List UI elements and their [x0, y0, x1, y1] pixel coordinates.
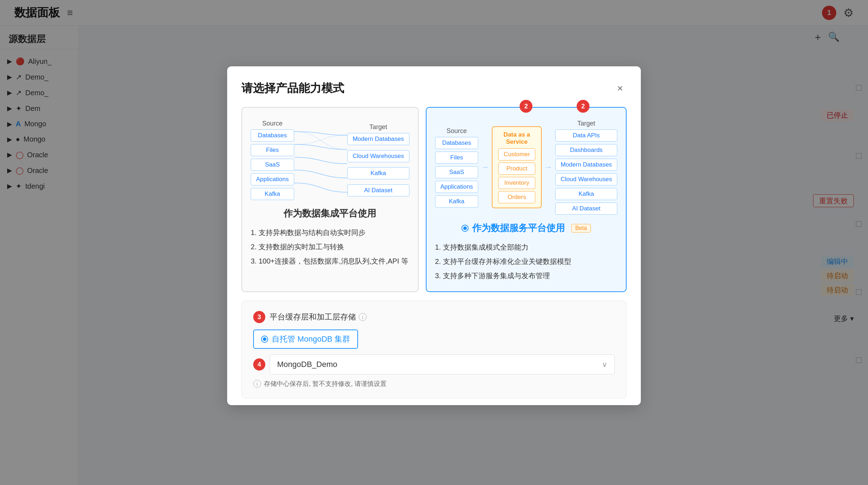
modal-dialog: 请选择产品能力模式 × 2 Source Databases Files Saa…	[227, 66, 641, 405]
option1-desc: 1. 支持异构数据与结构自动实时同步 2. 支持数据的实时加工与转换 3. 10…	[251, 225, 409, 268]
target-title: Target	[369, 123, 387, 131]
modal-title: 请选择产品能力模式	[241, 81, 344, 96]
option1-title: 作为数据集成平台使用	[251, 207, 409, 220]
src-files: Files	[251, 144, 294, 156]
option2-desc: 1. 支持数据集成模式全部能力 2. 支持平台缓存并标准化企业关键数据模型 3.…	[435, 240, 617, 283]
step-badge-4: 4	[253, 358, 265, 371]
tgt-kafka: Kafka	[347, 167, 409, 179]
das-product: Product	[498, 163, 535, 175]
source-title: Source	[262, 120, 282, 127]
mongodb-dropdown[interactable]: MongoDB_Demo ∨	[270, 354, 615, 374]
info-icon: i	[359, 313, 367, 321]
src-apps: Applications	[251, 173, 294, 185]
rtgt-kafka: Kafka	[555, 188, 617, 200]
beta-badge: Beta	[571, 224, 591, 233]
modal-header: 请选择产品能力模式 ×	[241, 81, 627, 96]
arrow-to-das: →	[481, 163, 489, 172]
options-row: 2 Source Databases Files SaaS Applicatio…	[241, 107, 627, 292]
das-inventory: Inventory	[498, 177, 535, 189]
bottom-title-row: 3 平台缓存层和加工层存储 i	[253, 311, 615, 323]
option2-title-row: 作为数据服务平台使用 Beta	[435, 222, 617, 234]
option-card-integration[interactable]: Source Databases Files SaaS Applications…	[241, 107, 419, 292]
rtgt-ai-dataset: AI Dataset	[555, 203, 617, 215]
dropdown-value: MongoDB_Demo	[277, 360, 337, 369]
rtgt-modern-db: Modern Databases	[555, 159, 617, 171]
mongodb-radio-circle[interactable]	[261, 336, 268, 343]
tgt-cloud-wh: Cloud Warehouses	[347, 150, 409, 162]
rtgt-cloud-wh: Cloud Warehouses	[555, 173, 617, 185]
tgt-ai-dataset: AI Dataset	[347, 184, 409, 196]
option-card-service[interactable]: 2 Source Databases Files SaaS Applicatio…	[426, 107, 627, 292]
src-saas: SaaS	[251, 159, 294, 171]
step-badge-2: 2	[577, 100, 589, 113]
arrows-svg-1	[294, 124, 347, 196]
warning-text: i 存储中心保存后, 暂不支持修改, 请谨慎设置	[253, 379, 615, 388]
warning-message: 存储中心保存后, 暂不支持修改, 请谨慎设置	[264, 379, 387, 388]
src-db: Databases	[251, 129, 294, 142]
mongodb-radio-label: 自托管 MongoDB 集群	[272, 334, 350, 344]
das-orders: Orders	[498, 191, 535, 203]
rsrc-saas: SaaS	[435, 166, 479, 178]
das-box: Data as a Service Customer Product Inven…	[492, 126, 542, 208]
mongodb-radio-option[interactable]: 自托管 MongoDB 集群	[253, 330, 358, 349]
step-badge-3: 3	[253, 311, 265, 323]
bottom-section-title: 平台缓存层和加工层存储	[270, 312, 356, 322]
chevron-down-icon: ∨	[602, 360, 607, 369]
arrow-to-targets: →	[545, 163, 552, 172]
step-badge-2-pos: 2	[520, 100, 532, 113]
rtgt-dashboards: Dashboards	[555, 144, 617, 156]
rsrc-db: Databases	[435, 137, 479, 149]
rsrc-files: Files	[435, 152, 479, 164]
rtgt-data-apis: Data APIs	[555, 129, 617, 142]
warning-info-icon: i	[253, 380, 261, 388]
rsrc-kafka: Kafka	[435, 195, 479, 208]
integration-diagram: Source Databases Files SaaS Applications…	[251, 116, 409, 207]
modal-close-button[interactable]: ×	[614, 82, 627, 95]
src-kafka: Kafka	[251, 188, 294, 200]
bottom-section: 3 平台缓存层和加工层存储 i 自托管 MongoDB 集群 4 MongoDB…	[241, 301, 627, 398]
dropdown-row: 4 MongoDB_Demo ∨	[253, 354, 615, 374]
option2-radio[interactable]	[461, 225, 469, 232]
service-diagram: Source Databases Files SaaS Applications…	[435, 116, 617, 222]
das-customer: Customer	[498, 148, 535, 160]
tgt-modern-db: Modern Databases	[347, 133, 409, 145]
rsrc-apps: Applications	[435, 181, 479, 193]
option2-title: 作为数据服务平台使用	[472, 222, 565, 234]
